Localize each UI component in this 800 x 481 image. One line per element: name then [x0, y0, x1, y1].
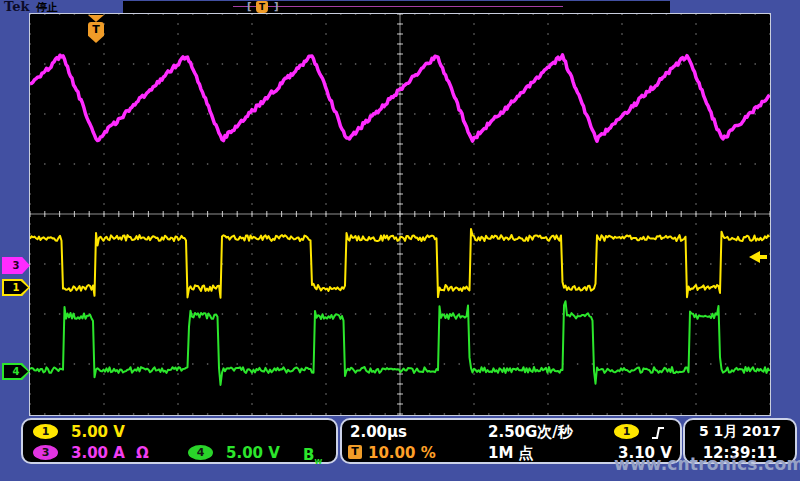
top-status-bar: Tek 停止 [ T ] — [0, 0, 800, 13]
horizontal-position-readout: 10.00 % — [368, 444, 436, 462]
ch1-reference-marker[interactable]: 1 — [2, 279, 30, 296]
ch3-reference-marker[interactable]: 3 — [2, 257, 30, 274]
record-view-strip[interactable]: [ T ] — [123, 1, 670, 13]
record-window-bracket-left: [ — [247, 1, 252, 13]
ch3-badge[interactable]: 3 — [33, 445, 58, 460]
channel-readout-box: 1 5.00 V 3 3.00 A Ω 4 5.00 V BW — [21, 418, 338, 464]
ch4-scale-readout: 5.00 V — [226, 444, 280, 462]
record-window-bracket-right: ] — [274, 1, 279, 13]
horizontal-position-icon: T — [348, 445, 362, 459]
trigger-level-arrow-icon — [749, 251, 760, 263]
ch1-badge[interactable]: 1 — [33, 424, 58, 439]
ch4-badge[interactable]: 4 — [188, 445, 213, 460]
record-waveform-line — [233, 6, 563, 7]
record-trigger-marker-icon[interactable]: T — [256, 1, 268, 13]
date-readout: 5 1月 2017 — [685, 423, 795, 441]
trigger-level-arrow[interactable] — [749, 251, 767, 263]
trigger-level-arrow-tail — [760, 255, 767, 259]
waveform-display — [30, 14, 770, 415]
ch1-scale-readout: 5.00 V — [71, 423, 125, 441]
oscilloscope-screen: Tek 停止 [ T ] T 3 1 4 1 5.00 V 3 — [0, 0, 800, 481]
record-length-readout: 1M 点 — [488, 444, 534, 463]
trigger-position-arrow-icon — [88, 15, 104, 22]
horizontal-scale-readout: 2.00µs — [350, 423, 407, 441]
ch4-reference-marker[interactable]: 4 — [2, 363, 30, 380]
rising-edge-icon — [650, 425, 666, 441]
trigger-flag-icon: T — [88, 22, 104, 43]
sample-rate-readout: 2.50G次/秒 — [488, 423, 573, 442]
watermark: www.cntronics.com — [614, 454, 800, 474]
tek-logo: Tek — [4, 0, 29, 14]
trigger-source-badge[interactable]: 1 — [614, 424, 639, 439]
graticule[interactable]: T — [29, 13, 771, 416]
ch3-scale-readout: 3.00 A — [71, 444, 125, 462]
ch3-coupling-readout: Ω — [136, 444, 149, 462]
ch4-bandwidth-limit-icon: BW — [303, 446, 322, 466]
trigger-position-flag[interactable]: T — [88, 15, 104, 43]
